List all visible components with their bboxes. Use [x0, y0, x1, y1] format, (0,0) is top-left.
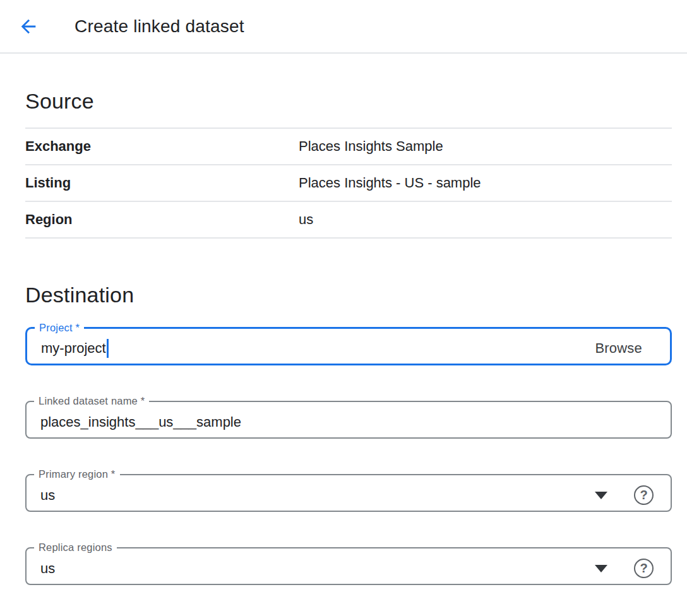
- replica-regions-value[interactable]: us: [40, 560, 55, 577]
- source-row-listing: Listing Places Insights - US - sample: [25, 165, 672, 202]
- primary-region-content: us ?: [27, 480, 671, 511]
- text-cursor-caret: [107, 339, 109, 358]
- linked-dataset-name-value[interactable]: places_insights___us___sample: [40, 414, 241, 430]
- help-icon[interactable]: ?: [634, 485, 654, 505]
- source-row-exchange: Exchange Places Insights Sample: [25, 129, 672, 165]
- page-content: Source Exchange Places Insights Sample L…: [0, 54, 687, 585]
- create-linked-dataset-page: Create linked dataset Source Exchange Pl…: [0, 0, 687, 616]
- replica-regions-label: Replica regions: [34, 542, 117, 553]
- source-row-region: Region us: [25, 202, 672, 239]
- linked-dataset-name-content: places_insights___us___sample: [27, 406, 671, 437]
- page-title: Create linked dataset: [75, 16, 244, 37]
- replica-regions-content: us ?: [27, 553, 671, 584]
- exchange-value: Places Insights Sample: [299, 138, 443, 155]
- listing-value: Places Insights - US - sample: [299, 175, 481, 191]
- project-field-content: my-project Browse: [27, 333, 670, 364]
- dropdown-arrow-icon[interactable]: [595, 565, 607, 572]
- dropdown-arrow-icon[interactable]: [595, 492, 607, 499]
- section-heading-destination: Destination: [25, 239, 672, 307]
- project-field[interactable]: Project * my-project Browse: [25, 323, 672, 365]
- primary-region-label: Primary region *: [34, 469, 120, 480]
- page-header: Create linked dataset: [0, 0, 687, 54]
- region-label: Region: [25, 211, 299, 228]
- back-button[interactable]: [18, 16, 39, 37]
- primary-region-value[interactable]: us: [40, 487, 55, 504]
- help-icon[interactable]: ?: [634, 559, 654, 578]
- linked-dataset-name-field[interactable]: Linked dataset name * places_insights___…: [25, 396, 672, 439]
- listing-label: Listing: [25, 175, 299, 191]
- replica-regions-select[interactable]: Replica regions us ?: [25, 542, 672, 585]
- arrow-back-icon: [18, 16, 39, 37]
- linked-dataset-name-label: Linked dataset name *: [34, 396, 149, 406]
- project-field-label: Project *: [35, 323, 84, 333]
- browse-button[interactable]: Browse: [595, 340, 642, 357]
- project-input-value[interactable]: my-project: [41, 340, 106, 357]
- section-heading-source: Source: [25, 54, 672, 114]
- source-info-table: Exchange Places Insights Sample Listing …: [25, 127, 672, 239]
- region-value: us: [299, 211, 313, 228]
- exchange-label: Exchange: [25, 138, 299, 155]
- primary-region-select[interactable]: Primary region * us ?: [25, 469, 672, 512]
